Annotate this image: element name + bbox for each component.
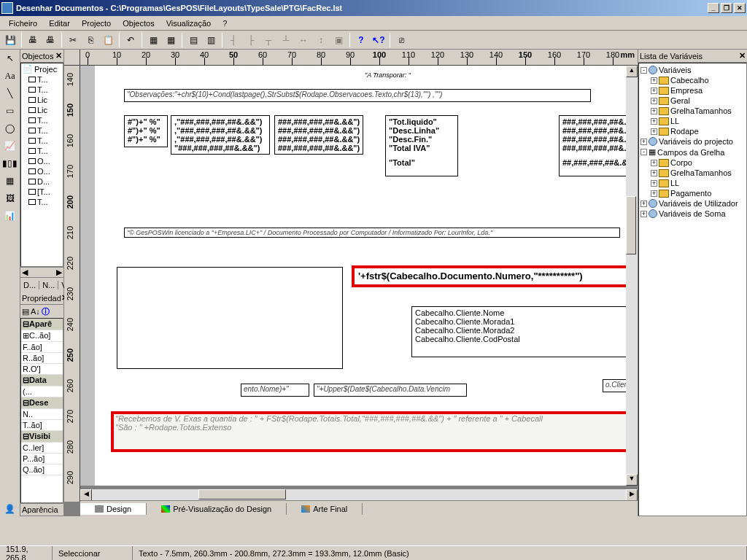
rect-tool[interactable]: ▭ [2, 104, 18, 118]
box-cliente[interactable]: Cabecalho.Cliente.Nome Cabecalho.Cliente… [411, 306, 626, 357]
chart-tool[interactable]: 📈 [2, 139, 18, 153]
scroll-thumb-h[interactable] [198, 489, 286, 499]
image-tool[interactable]: 🖼 [2, 191, 18, 206]
prop-tool-2[interactable]: A↓ [31, 307, 40, 316]
ellipse-tool[interactable]: ◯ [2, 121, 18, 136]
text-observacoes[interactable]: "Observações:"+chr$(10)+Cond(lastpage(),… [124, 89, 591, 102]
save-button[interactable]: 💾 [2, 32, 18, 48]
align-r-button[interactable]: ├ [243, 32, 259, 48]
text-transponer[interactable]: "A Transporar: " [365, 71, 411, 79]
horizontal-ruler: mm 0102030405060708090100110120130140150… [80, 50, 638, 66]
tab-n[interactable]: N... [39, 281, 58, 289]
print2-button[interactable]: 🖶 [42, 32, 58, 48]
list-item[interactable]: T... [21, 136, 63, 146]
text-ento-nome[interactable]: ento.Nome)+" [241, 384, 309, 397]
list-item[interactable]: T... [21, 74, 63, 85]
list-item[interactable]: O... [21, 166, 63, 176]
vertical-scrollbar[interactable]: ▲ ▼ [626, 66, 638, 486]
bar-chart-tool[interactable]: 📊 [2, 209, 18, 223]
group-button[interactable]: ▣ [330, 32, 347, 48]
scroll-up-button[interactable]: ▲ [626, 66, 638, 77]
box-fmt2[interactable]: ###,###,###,##&.&&") ###,###,###,##&.&&"… [274, 115, 363, 155]
variables-tree[interactable]: -Variáveis +Cabecalho +Empresa +Geral +G… [638, 63, 747, 516]
help-button[interactable]: ? [353, 32, 369, 48]
barcode-tool[interactable]: ▮▯▮ [2, 156, 18, 171]
tab-d[interactable]: D... [20, 281, 39, 289]
menu-project[interactable]: Projecto [76, 19, 117, 28]
table-tool[interactable]: ▦ [2, 174, 18, 188]
horizontal-scrollbar[interactable]: ◀ ▶ [80, 489, 638, 500]
menu-file[interactable]: Ficheiro [3, 19, 43, 28]
box-totals-labels[interactable]: "Tot.liquido" "Desc.Linha" "Desc.Fin." "… [385, 115, 458, 176]
align-b-button[interactable]: ┴ [278, 32, 294, 48]
objects-list[interactable]: 📄Projec T... T... Lic Lic T... T... T...… [20, 63, 63, 267]
empty-box[interactable] [117, 267, 343, 369]
scroll-thumb-v[interactable] [626, 196, 636, 254]
list-item[interactable]: T... [21, 125, 63, 136]
tab-preview[interactable]: Pré-Visualização do Design [147, 503, 287, 515]
statusbar: 151.9, 265.8 Seleccionar Texto - 7.5mm, … [0, 545, 747, 560]
menu-edit[interactable]: Editar [43, 19, 76, 28]
align-t-button[interactable]: ┬ [260, 32, 276, 48]
objects-panel-header: Objectos ✕ [20, 50, 63, 63]
tool-d-button[interactable]: ▥ [203, 32, 219, 48]
list-item[interactable]: Lic [21, 95, 63, 105]
copy-button[interactable]: ⎘ [82, 32, 98, 48]
box-percent[interactable]: #")+" %" #")+" %" #")+" %" [124, 115, 168, 147]
text-doc-numero[interactable]: '+fstr$(Cabecalho.Documento.Numero,"****… [353, 267, 626, 286]
box-fmt1[interactable]: ,"###,###,###,##&.&&") ,"###,###,###,##&… [171, 115, 270, 155]
list-item[interactable]: T... [21, 197, 63, 207]
menubar: Ficheiro Editar Projecto Objectos Visual… [0, 16, 747, 31]
scroll-down-button[interactable]: ▼ [626, 474, 638, 486]
list-item[interactable]: O... [21, 156, 63, 166]
menu-help[interactable]: ? [217, 19, 233, 28]
user-icon[interactable]: 👤 [2, 502, 18, 516]
tool-b-button[interactable]: ▦ [163, 32, 179, 48]
text-license[interactable]: "© GesPOSWin licenciado a "+Empresa.LIC+… [124, 228, 620, 238]
objects-root[interactable]: 📄Projec [21, 63, 63, 74]
prop-tool-1[interactable]: ▤ [22, 307, 29, 316]
align-l-button[interactable]: ┤ [225, 32, 241, 48]
dist-h-button[interactable]: ↔ [295, 32, 311, 48]
context-help-button[interactable]: ↖? [371, 32, 387, 48]
scroll-right-button[interactable]: ▶ [626, 489, 638, 501]
text-tool[interactable]: Aa [2, 69, 18, 83]
text-recebemos-selected[interactable]: "Recebemos de V. Exas a quantia de : " +… [112, 413, 626, 451]
list-item[interactable]: D... [21, 176, 63, 187]
tab-design[interactable]: Design [80, 503, 147, 515]
objects-panel-close[interactable]: ✕ [55, 51, 62, 61]
tab-final[interactable]: Arte Final [287, 503, 363, 515]
menu-objects[interactable]: Objectos [117, 19, 160, 28]
list-item[interactable]: [T... [21, 187, 63, 197]
cut-button[interactable]: ✂ [65, 32, 81, 48]
variables-panel-close[interactable]: ✕ [739, 51, 746, 61]
undo-button[interactable]: ↶ [123, 32, 139, 48]
line-tool[interactable]: ╲ [2, 86, 18, 101]
restore-button[interactable]: ❐ [721, 3, 732, 13]
prop-tool-3[interactable]: ⓘ [42, 306, 50, 317]
print-button[interactable]: 🖶 [25, 32, 41, 48]
paste-button[interactable]: 📋 [100, 32, 116, 48]
tool-a-button[interactable]: ▦ [145, 32, 161, 48]
list-item[interactable]: T... [21, 85, 63, 95]
scroll-left-button[interactable]: ◀ [80, 489, 92, 501]
properties-grid[interactable]: ⊟Aparê ⊞C..ão] F..ão] R..ão] R.O'] ⊟Data… [20, 318, 63, 503]
text-cliente-n[interactable]: o.Cliente.N [603, 379, 626, 392]
pointer-tool[interactable]: ↖ [2, 51, 18, 66]
box-fmt3[interactable]: ###,###,###,##&.&&") ###,###,###,##&.&&"… [559, 115, 626, 176]
objects-panel: Objectos ✕ 📄Projec T... T... Lic Lic T..… [20, 50, 64, 516]
dist-v-button[interactable]: ↕ [313, 32, 329, 48]
list-item[interactable]: Lic [21, 105, 63, 115]
properties-panel-title: Propriedad [22, 294, 61, 303]
minimize-button[interactable]: _ [708, 3, 719, 13]
list-item[interactable]: T... [21, 115, 63, 125]
app-icon [1, 2, 13, 14]
page: "A Transporar: " FStr$(@Tra "Observações… [95, 66, 626, 486]
close-button[interactable]: ✕ [734, 3, 746, 13]
list-item[interactable]: T... [21, 146, 63, 156]
text-data-vencim[interactable]: "+Upper$(Date$(Cabecalho.Data.Vencim [314, 384, 467, 397]
menu-view[interactable]: Visualização [160, 19, 217, 28]
exit-button[interactable]: ⎚ [393, 32, 409, 48]
tool-c-button[interactable]: ▤ [185, 32, 201, 48]
design-canvas[interactable]: "A Transporar: " FStr$(@Tra "Observações… [80, 66, 626, 486]
